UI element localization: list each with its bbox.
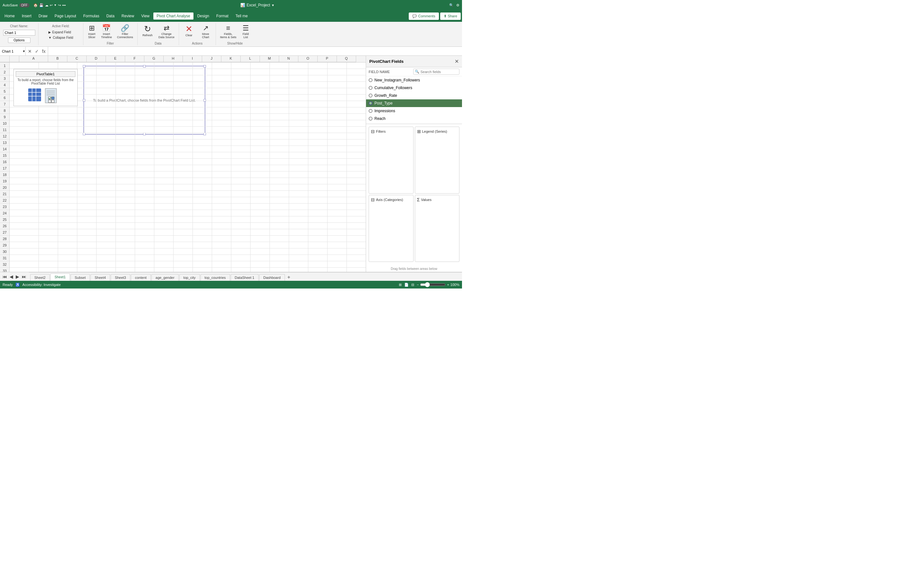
zoom-in-icon[interactable]: + <box>447 283 449 287</box>
name-box-input[interactable] <box>2 49 21 53</box>
col-head-e[interactable]: E <box>106 56 125 62</box>
insert-function-button[interactable]: fx <box>41 49 47 54</box>
home-icon[interactable]: 🏠 <box>33 3 38 7</box>
menu-item-pivotchart[interactable]: Pivot Chart Analyse <box>153 13 194 19</box>
menu-item-insert[interactable]: Insert <box>19 13 35 19</box>
search-fields-input[interactable] <box>421 70 458 74</box>
confirm-formula-button[interactable]: ✓ <box>34 49 40 54</box>
row-num-29[interactable]: 29 <box>0 242 9 248</box>
col-head-f[interactable]: F <box>125 56 144 62</box>
row-num-24[interactable]: 24 <box>0 210 9 216</box>
menu-item-data[interactable]: Data <box>103 13 118 19</box>
tab-nav-prev[interactable]: ◀ <box>8 274 15 280</box>
redo-icon[interactable]: ↪ <box>58 3 61 7</box>
row-num-8[interactable]: 8 <box>0 107 9 114</box>
col-head-j[interactable]: J <box>202 56 221 62</box>
sheet-tab-datasheet1[interactable]: DataSheet 1 <box>231 274 258 281</box>
row-num-21[interactable]: 21 <box>0 191 9 197</box>
axis-area[interactable]: ⊟ Axis (Categories) <box>368 195 414 262</box>
sheet-tab-content[interactable]: content <box>131 274 151 281</box>
row-num-14[interactable]: 14 <box>0 146 9 152</box>
collapse-field-button[interactable]: ▼ Collapse Field <box>47 35 74 40</box>
row-num-11[interactable]: 11 <box>0 127 9 133</box>
row-num-26[interactable]: 26 <box>0 223 9 229</box>
row-num-19[interactable]: 19 <box>0 178 9 184</box>
row-num-3[interactable]: 3 <box>0 75 9 82</box>
undo-icon[interactable]: ↩ <box>50 3 53 7</box>
formula-input[interactable] <box>48 49 462 53</box>
col-head-a[interactable] <box>10 56 19 62</box>
menu-item-home[interactable]: Home <box>1 13 18 19</box>
autosave-toggle[interactable]: OFF <box>19 3 29 7</box>
move-chart-button[interactable]: ↗ MoveChart <box>198 23 214 40</box>
menu-item-formulas[interactable]: Formulas <box>80 13 102 19</box>
tab-nav-first[interactable]: ⏮ <box>1 274 8 280</box>
settings-icon[interactable]: ⚙ <box>456 3 459 7</box>
search-icon[interactable]: 🔍 <box>449 3 454 7</box>
row-num-18[interactable]: 18 <box>0 171 9 178</box>
row-num-31[interactable]: 31 <box>0 255 9 261</box>
panel-close-button[interactable]: ✕ <box>455 58 459 64</box>
sheet-tab-dashboard[interactable]: Dashboard <box>259 274 285 281</box>
col-head-q[interactable]: Q <box>337 56 356 62</box>
filters-area[interactable]: ⊟ Filters <box>368 127 414 193</box>
row-num-27[interactable]: 27 <box>0 229 9 235</box>
save-icon[interactable]: 💾 <box>39 3 44 7</box>
col-head-a2[interactable]: A <box>19 56 48 62</box>
save-cloud-icon[interactable]: ☁ <box>45 3 48 7</box>
legend-area[interactable]: ⊞ Legend (Series) <box>415 127 460 193</box>
row-num-10[interactable]: 10 <box>0 120 9 127</box>
change-data-source-button[interactable]: ⇄ ChangeData Source <box>156 23 177 40</box>
tab-nav-next[interactable]: ▶ <box>15 274 21 280</box>
row-num-9[interactable]: 9 <box>0 114 9 120</box>
undo-dropdown-icon[interactable]: ▼ <box>54 3 57 7</box>
tab-nav-last[interactable]: ⏭ <box>21 274 27 280</box>
chart-name-input[interactable] <box>3 30 35 35</box>
cancel-formula-button[interactable]: ✕ <box>27 49 33 54</box>
filter-connections-button[interactable]: 🔗 FilterConnections <box>115 23 136 40</box>
field-item-growth-rate[interactable]: Growth_Rate <box>366 92 462 99</box>
row-num-12[interactable]: 12 <box>0 133 9 139</box>
col-head-b[interactable]: B <box>48 56 67 62</box>
row-num-20[interactable]: 20 <box>0 184 9 191</box>
expand-field-button[interactable]: ▶ Expand Field <box>47 30 74 35</box>
row-num-16[interactable]: 16 <box>0 159 9 165</box>
row-num-1[interactable]: 1 <box>0 63 9 69</box>
field-item-cumulative[interactable]: Cumulative_Followers <box>366 84 462 92</box>
insert-timeline-button[interactable]: 📅 InsertTimeline <box>99 23 114 40</box>
menu-item-format[interactable]: Format <box>213 13 232 19</box>
row-num-6[interactable]: 6 <box>0 95 9 101</box>
row-num-2[interactable]: 2 <box>0 69 9 75</box>
menu-item-review[interactable]: Review <box>118 13 137 19</box>
col-head-l[interactable]: L <box>241 56 260 62</box>
menu-item-tellme[interactable]: Tell me <box>232 13 251 19</box>
view-page-icon[interactable]: 📄 <box>404 283 409 287</box>
fields-items-sets-button[interactable]: ≡ Fields,Items & Sets <box>218 23 239 40</box>
row-num-30[interactable]: 30 <box>0 248 9 255</box>
row-num-32[interactable]: 32 <box>0 261 9 268</box>
col-head-i[interactable]: I <box>183 56 202 62</box>
row-num-28[interactable]: 28 <box>0 235 9 242</box>
name-box-dropdown[interactable]: ▼ <box>23 50 25 53</box>
row-num-17[interactable]: 17 <box>0 165 9 171</box>
col-head-o[interactable]: O <box>298 56 318 62</box>
menu-item-design[interactable]: Design <box>194 13 212 19</box>
field-item-new-instagram[interactable]: New_Instagram_Followers <box>366 76 462 84</box>
row-num-4[interactable]: 4 <box>0 82 9 88</box>
more-commands-icon[interactable]: ••• <box>62 3 66 7</box>
col-head-g[interactable]: G <box>144 56 164 62</box>
share-button[interactable]: ⬆Share <box>440 13 461 20</box>
col-head-d[interactable]: D <box>87 56 106 62</box>
sheet-tab-top-countries[interactable]: top_countries <box>200 274 230 281</box>
zoom-out-icon[interactable]: − <box>417 283 419 287</box>
col-head-n[interactable]: N <box>279 56 298 62</box>
menu-item-pagelayout[interactable]: Page Layout <box>51 13 79 19</box>
field-item-impressions[interactable]: Impressions <box>366 107 462 115</box>
row-num-22[interactable]: 22 <box>0 197 9 203</box>
sheet-tab-sheet3[interactable]: Sheet3 <box>111 274 130 281</box>
sheet-tab-top-city[interactable]: top_city <box>179 274 200 281</box>
filename-dropdown-icon[interactable]: ▼ <box>271 3 275 7</box>
add-sheet-button[interactable]: + <box>286 274 292 281</box>
field-list-button[interactable]: ☰ FieldList <box>239 23 252 40</box>
menu-item-view[interactable]: View <box>138 13 153 19</box>
